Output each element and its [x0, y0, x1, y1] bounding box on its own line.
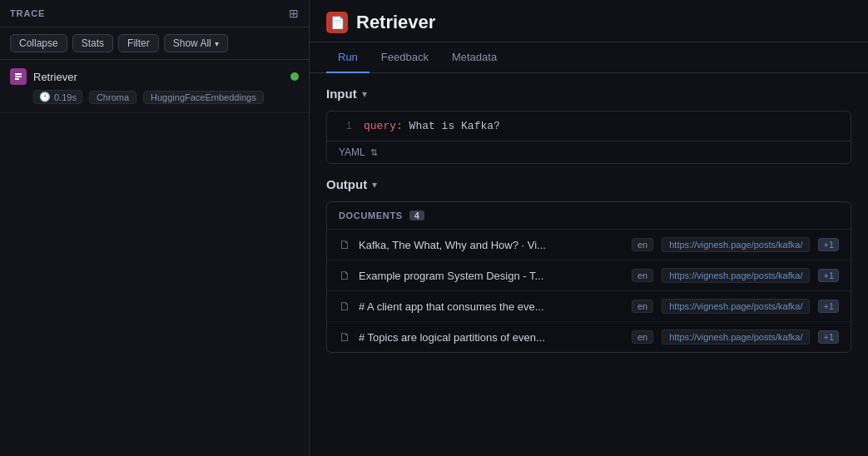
doc-row[interactable]: 🗋 # Topics are logical partitions of eve… [327, 322, 851, 352]
code-key: query: [364, 120, 403, 132]
doc-title: Example program System Design - T... [359, 270, 623, 282]
output-section: Output ▾ DOCUMENTS 4 🗋 Kafka, The What, … [326, 177, 851, 353]
tree-item-header: Retriever [10, 68, 299, 85]
tree-item-name: Retriever [33, 71, 77, 83]
code-footer: YAML ⇅ [327, 141, 851, 163]
tab-feedback[interactable]: Feedback [370, 42, 440, 73]
tree-item-retriever[interactable]: Retriever 🕐 0.19s Chroma HuggingFaceEmbe… [0, 60, 309, 113]
tab-metadata[interactable]: Metadata [440, 42, 508, 73]
stats-button[interactable]: Stats [72, 34, 113, 52]
collapse-button[interactable]: Collapse [10, 34, 67, 52]
url-badge[interactable]: https://vignesh.page/posts/kafka/ [662, 268, 810, 283]
chevron-down-icon: ▾ [215, 39, 219, 48]
tag-embeddings: HuggingFaceEmbeddings [143, 91, 264, 104]
left-panel: TRACE ⊞ Collapse Stats Filter Show All ▾… [0, 0, 310, 456]
yaml-label: YAML [339, 146, 365, 158]
status-dot [290, 72, 299, 81]
plus-badge: +1 [818, 269, 839, 282]
right-panel: 📄 Retriever Run Feedback Metadata Input … [310, 0, 868, 456]
input-chevron-icon: ▾ [362, 88, 367, 100]
tree-item-meta: 🕐 0.19s Chroma HuggingFaceEmbeddings [33, 90, 299, 104]
documents-header: DOCUMENTS 4 [327, 202, 851, 230]
code-value: What is Kafka? [403, 120, 500, 132]
document-icon: 🗋 [339, 238, 350, 251]
url-badge[interactable]: https://vignesh.page/posts/kafka/ [662, 330, 810, 344]
tab-run[interactable]: Run [326, 42, 370, 73]
input-section-title: Input [326, 87, 357, 101]
document-icon: 🗋 [339, 300, 350, 313]
doc-title: # Topics are logical partitions of even.… [359, 331, 623, 344]
page-title: Retriever [356, 12, 435, 33]
input-code-block: 1 query: What is Kafka? YAML ⇅ [326, 111, 851, 164]
filter-button[interactable]: Filter [118, 34, 159, 52]
output-chevron-icon: ▾ [372, 179, 377, 191]
plus-badge: +1 [818, 300, 839, 313]
content-area: Input ▾ 1 query: What is Kafka? YAML ⇅ O… [310, 73, 868, 456]
show-all-button[interactable]: Show All ▾ [164, 34, 228, 52]
clock-icon: 🕐 [39, 92, 51, 102]
doc-title: # A client app that consumes the eve... [359, 300, 623, 313]
page-icon: 📄 [326, 12, 348, 33]
doc-row[interactable]: 🗋 Example program System Design - T... e… [327, 260, 851, 291]
plus-badge: +1 [818, 238, 839, 251]
lang-badge: en [632, 300, 653, 313]
document-icon: 🗋 [339, 269, 350, 282]
page-header: 📄 Retriever [310, 0, 868, 42]
lang-badge: en [632, 238, 653, 251]
code-line-1: 1 query: What is Kafka? [327, 112, 851, 141]
panel-toggle-icon[interactable]: ⊞ [289, 7, 299, 20]
plus-badge: +1 [818, 330, 839, 344]
documents-count: 4 [409, 211, 424, 221]
tabs: Run Feedback Metadata [310, 42, 868, 73]
trace-title: TRACE [10, 8, 45, 18]
tag-chroma: Chroma [89, 91, 136, 104]
documents-label: DOCUMENTS [339, 211, 403, 221]
lang-badge: en [632, 330, 653, 344]
input-section-header: Input ▾ [326, 87, 851, 101]
lang-badge: en [632, 269, 653, 282]
url-badge[interactable]: https://vignesh.page/posts/kafka/ [662, 237, 810, 252]
output-section-header: Output ▾ [326, 177, 851, 191]
timing-value: 0.19s [54, 92, 77, 102]
trace-header: TRACE ⊞ [0, 0, 309, 27]
toolbar: Collapse Stats Filter Show All ▾ [0, 27, 309, 60]
output-section-title: Output [326, 177, 367, 191]
line-number: 1 [339, 121, 352, 132]
format-toggle-icon[interactable]: ⇅ [370, 147, 378, 158]
timing-badge: 🕐 0.19s [33, 90, 82, 104]
doc-row[interactable]: 🗋 # A client app that consumes the eve..… [327, 291, 851, 322]
doc-title: Kafka, The What, Why and How? · Vi... [359, 239, 623, 251]
document-icon: 🗋 [339, 330, 350, 344]
doc-row[interactable]: 🗋 Kafka, The What, Why and How? · Vi... … [327, 230, 851, 260]
url-badge[interactable]: https://vignesh.page/posts/kafka/ [662, 299, 810, 314]
retriever-icon [10, 68, 27, 85]
code-content: query: What is Kafka? [364, 120, 500, 132]
documents-container: DOCUMENTS 4 🗋 Kafka, The What, Why and H… [326, 201, 851, 353]
